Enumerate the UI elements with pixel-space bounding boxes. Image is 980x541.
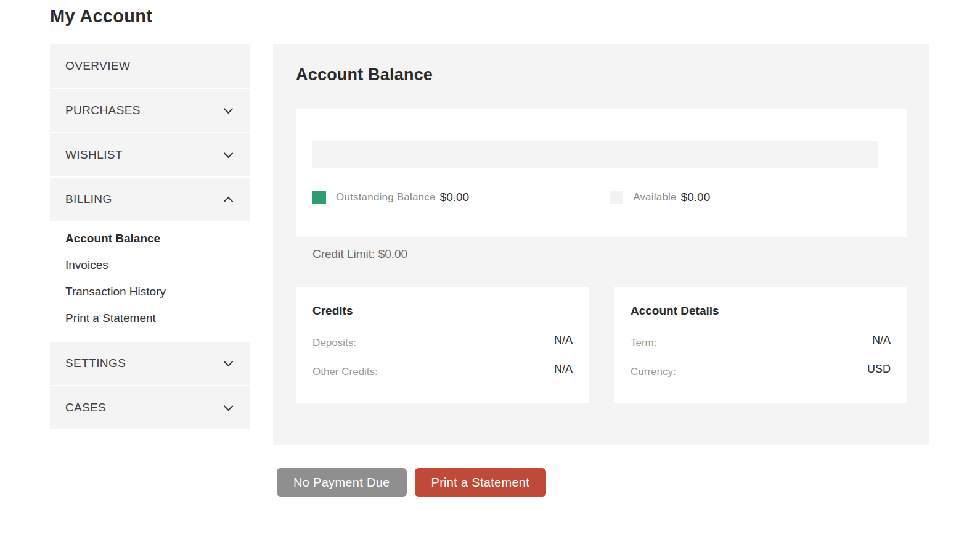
submenu-item-print-a-statement[interactable]: Print a Statement <box>65 305 250 331</box>
legend-outstanding-balance: Outstanding Balance $0.00 <box>312 191 469 204</box>
credits-card: Credits Deposits: N/A Other Credits: N/A <box>296 287 589 403</box>
sidebar-item-label: SETTINGS <box>65 357 126 370</box>
sidebar-item-settings[interactable]: SETTINGS <box>50 342 250 385</box>
available-swatch <box>610 191 623 204</box>
no-payment-due-button[interactable]: No Payment Due <box>277 468 407 497</box>
info-cards-row: Credits Deposits: N/A Other Credits: N/A… <box>296 287 929 403</box>
row-label: Deposits: <box>312 337 356 349</box>
account-balance-panel: Account Balance Outstanding Balance $0.0… <box>273 44 929 445</box>
page-title: My Account <box>50 6 152 27</box>
sidebar-item-purchases[interactable]: PURCHASES <box>50 89 250 132</box>
sidebar-item-label: WISHLIST <box>65 148 123 162</box>
account-details-card-title: Account Details <box>631 304 891 318</box>
sidebar-item-label: OVERVIEW <box>65 59 130 73</box>
sidebar-item-overview[interactable]: OVERVIEW <box>50 44 250 88</box>
legend-label: Available <box>633 191 676 204</box>
sidebar-item-label: PURCHASES <box>65 104 141 117</box>
balance-card: Outstanding Balance $0.00 Available $0.0… <box>296 109 907 271</box>
legend-value: $0.00 <box>681 191 711 204</box>
details-row-currency: Currency: USD <box>631 365 891 378</box>
row-value: USD <box>867 363 891 376</box>
panel-heading: Account Balance <box>296 65 929 85</box>
balance-card-body: Outstanding Balance $0.00 Available $0.0… <box>296 109 907 237</box>
row-label: Other Credits: <box>312 366 378 378</box>
chevron-down-icon <box>224 148 234 158</box>
row-value: N/A <box>554 334 573 347</box>
print-a-statement-button[interactable]: Print a Statement <box>415 468 547 497</box>
billing-submenu: Account Balance Invoices Transaction His… <box>50 222 250 342</box>
credit-limit-bar: Credit Limit: $0.00 <box>296 237 907 271</box>
details-row-term: Term: N/A <box>631 336 891 349</box>
sidebar-item-billing[interactable]: BILLING <box>50 178 250 221</box>
legend-available: Available $0.00 <box>610 191 710 204</box>
chevron-down-icon <box>224 401 234 411</box>
chevron-down-icon <box>224 357 234 366</box>
credits-row-deposits: Deposits: N/A <box>312 336 573 349</box>
sidebar-item-label: BILLING <box>65 192 112 206</box>
row-value: N/A <box>872 334 891 347</box>
sidebar-item-cases[interactable]: CASES <box>50 386 250 429</box>
sidebar-item-wishlist[interactable]: WISHLIST <box>50 133 250 176</box>
chevron-down-icon <box>224 104 234 114</box>
balance-legend: Outstanding Balance $0.00 Available $0.0… <box>312 191 907 204</box>
submenu-item-invoices[interactable]: Invoices <box>65 252 250 278</box>
submenu-item-account-balance[interactable]: Account Balance <box>65 225 250 252</box>
outstanding-balance-swatch <box>312 191 326 204</box>
chevron-up-icon <box>224 196 234 206</box>
balance-bar <box>312 141 878 168</box>
sidebar-item-label: CASES <box>65 401 106 415</box>
account-sidebar: OVERVIEW PURCHASES WISHLIST BILLING Acco… <box>50 44 250 431</box>
submenu-item-transaction-history[interactable]: Transaction History <box>65 278 250 305</box>
legend-label: Outstanding Balance <box>336 191 436 204</box>
account-details-card: Account Details Term: N/A Currency: USD <box>614 287 907 403</box>
row-value: N/A <box>554 363 573 376</box>
action-buttons: No Payment Due Print a Statement <box>277 468 546 497</box>
credits-row-other-credits: Other Credits: N/A <box>312 365 573 378</box>
row-label: Currency: <box>631 366 676 378</box>
legend-value: $0.00 <box>440 191 470 204</box>
credits-card-title: Credits <box>312 304 573 318</box>
row-label: Term: <box>631 337 657 349</box>
credit-limit-text: Credit Limit: $0.00 <box>312 247 407 261</box>
